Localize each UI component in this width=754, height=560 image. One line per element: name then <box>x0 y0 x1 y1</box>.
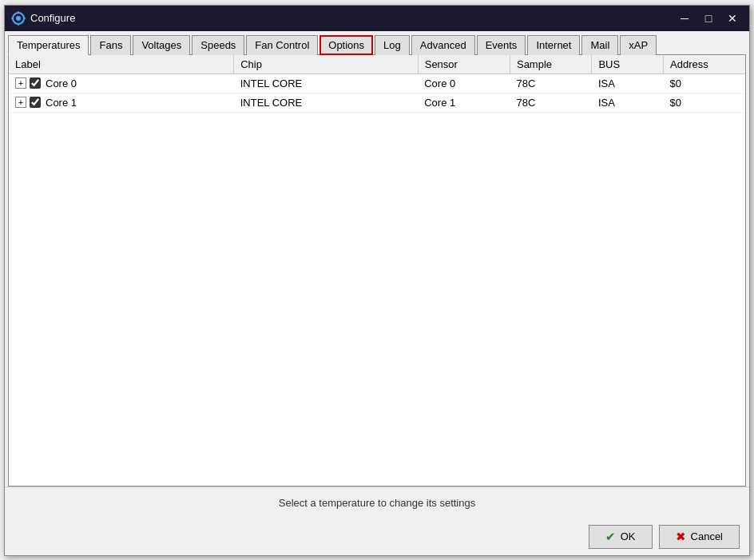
cancel-label: Cancel <box>691 530 723 542</box>
row-sensor-core1: Core 1 <box>418 93 510 112</box>
status-message: Select a temperature to change its setti… <box>279 497 475 509</box>
row-label-text-core1: Core 1 <box>46 97 77 109</box>
status-bar: Select a temperature to change its setti… <box>5 487 749 518</box>
app-icon <box>11 11 26 26</box>
tab-internet[interactable]: Internet <box>527 35 580 55</box>
cancel-button[interactable]: ✖ Cancel <box>659 525 740 549</box>
row-chip-core0: INTEL CORE <box>234 73 419 93</box>
expand-button[interactable]: + <box>15 97 26 108</box>
table-row[interactable]: +Core 0INTEL CORECore 078CISA$0 <box>9 73 745 93</box>
ok-button[interactable]: ✔ OK <box>589 525 653 549</box>
cancel-icon: ✖ <box>676 530 686 544</box>
row-sample-core1: 78C <box>510 93 591 112</box>
col-header-sensor: Sensor <box>418 55 510 74</box>
temperature-table-container: LabelChipSensorSampleBUSAddress +Core 0I… <box>9 55 745 486</box>
row-chip-core1: INTEL CORE <box>234 93 419 112</box>
row-label-core1: +Core 1 <box>9 93 234 112</box>
row-sample-core0: 78C <box>510 73 591 93</box>
tab-mail[interactable]: Mail <box>581 35 618 55</box>
col-header-label: Label <box>9 55 234 74</box>
tab-temperatures[interactable]: Temperatures <box>8 35 89 55</box>
expand-button[interactable]: + <box>15 77 26 89</box>
footer: ✔ OK ✖ Cancel <box>5 518 749 555</box>
tab-log[interactable]: Log <box>375 35 410 55</box>
ok-label: OK <box>621 530 636 542</box>
col-header-sample: Sample <box>510 55 591 74</box>
row-label-core0: +Core 0 <box>9 73 234 93</box>
tab-voltages[interactable]: Voltages <box>133 35 190 55</box>
tab-events[interactable]: Events <box>477 35 526 55</box>
configure-window: Configure ─ □ ✕ TemperaturesFansVoltages… <box>4 5 750 556</box>
title-bar: Configure ─ □ ✕ <box>5 6 749 31</box>
table-row[interactable]: +Core 1INTEL CORECore 178CISA$0 <box>9 93 745 112</box>
tab-fan-control[interactable]: Fan Control <box>246 35 318 55</box>
row-address-core0: $0 <box>664 73 745 93</box>
tab-xap[interactable]: xAP <box>620 35 657 55</box>
tab-options[interactable]: Options <box>319 35 373 55</box>
tab-speeds[interactable]: Speeds <box>192 35 244 55</box>
tabs-bar: TemperaturesFansVoltagesSpeedsFan Contro… <box>5 31 749 54</box>
temperature-table: LabelChipSensorSampleBUSAddress +Core 0I… <box>9 55 745 113</box>
col-header-bus: BUS <box>592 55 664 74</box>
col-header-address: Address <box>664 55 745 74</box>
maximize-button[interactable]: □ <box>698 10 719 27</box>
row-address-core1: $0 <box>664 93 745 112</box>
col-header-chip: Chip <box>234 55 419 74</box>
tab-advanced[interactable]: Advanced <box>411 35 475 55</box>
row-bus-core1: ISA <box>592 93 664 112</box>
row-checkbox-core0[interactable] <box>30 77 41 89</box>
window-title: Configure <box>30 12 674 24</box>
row-sensor-core0: Core 0 <box>418 73 510 93</box>
row-label-text-core0: Core 0 <box>46 77 77 89</box>
ok-icon: ✔ <box>605 530 616 544</box>
content-area: LabelChipSensorSampleBUSAddress +Core 0I… <box>8 54 746 487</box>
minimize-button[interactable]: ─ <box>674 10 695 27</box>
svg-point-1 <box>16 16 21 21</box>
close-button[interactable]: ✕ <box>722 10 743 27</box>
tab-fans[interactable]: Fans <box>90 35 131 55</box>
row-bus-core0: ISA <box>592 73 664 93</box>
window-controls: ─ □ ✕ <box>674 10 743 27</box>
row-checkbox-core1[interactable] <box>30 97 41 108</box>
